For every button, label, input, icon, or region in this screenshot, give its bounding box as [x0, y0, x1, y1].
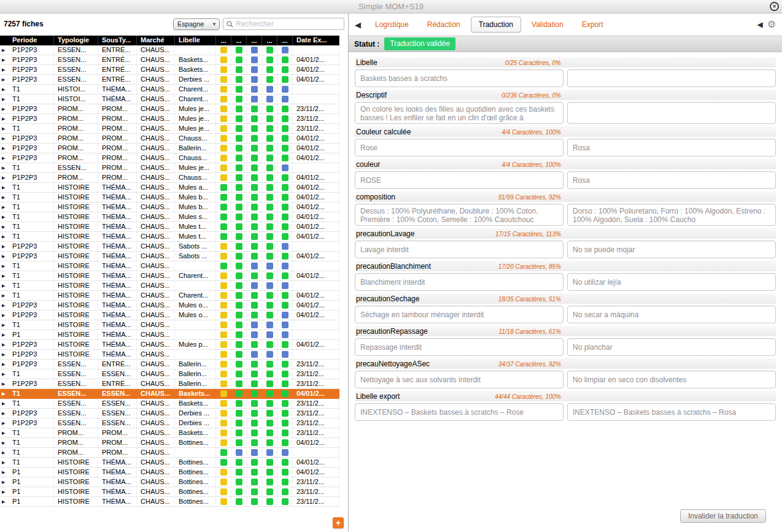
column-header-status-5[interactable]: ...	[277, 36, 293, 45]
column-header-status-3[interactable]: ...	[247, 36, 262, 45]
field-couleur-es[interactable]	[567, 171, 776, 189]
row-expand-icon[interactable]: ▶	[0, 428, 9, 438]
field-composition-es[interactable]: Dorso : 100% Poliuretano, Forro : 100% A…	[567, 204, 776, 226]
table-row[interactable]: ▶T1HISTOIRETHÉMA...CHAUS...	[0, 261, 339, 271]
row-expand-icon[interactable]: ▶	[0, 438, 9, 447]
row-expand-icon[interactable]: ▶	[0, 242, 9, 251]
back-arrow-icon[interactable]: ◀	[355, 20, 361, 29]
close-button[interactable]: ✕	[770, 2, 779, 11]
field-precautionlavage-fr[interactable]	[355, 241, 563, 258]
field-precautionblanchiment-fr[interactable]	[355, 273, 563, 291]
table-row[interactable]: ▶P1HISTOIRETHÉMA...CHAUS...	[0, 330, 339, 340]
field-descriptif-fr[interactable]: On colore les looks des filles au quotid…	[355, 102, 563, 124]
field-descriptif-es[interactable]	[567, 102, 776, 124]
row-expand-icon[interactable]: ▶	[0, 202, 9, 212]
row-expand-icon[interactable]: ▶	[0, 124, 9, 133]
column-header-libelle[interactable]: Libelle	[175, 36, 216, 45]
row-expand-icon[interactable]: ▶	[0, 252, 9, 261]
row-expand-icon[interactable]: ▶	[0, 75, 9, 84]
column-header-status-4[interactable]: ...	[262, 36, 277, 45]
row-expand-icon[interactable]: ▶	[0, 458, 9, 467]
column-header-date-ex[interactable]: Date Ex...	[293, 36, 339, 45]
column-header-sousty[interactable]: SousTy...	[98, 36, 137, 45]
row-expand-icon[interactable]: ▶	[0, 477, 9, 487]
row-expand-icon[interactable]: ▶	[0, 301, 9, 310]
search-input[interactable]	[236, 20, 341, 28]
table-row[interactable]: ▶T1PROM...PROM...CHAUS...Mules je...23/1…	[0, 124, 339, 134]
row-expand-icon[interactable]: ▶	[0, 468, 9, 477]
row-expand-icon[interactable]: ▶	[0, 281, 9, 290]
table-row[interactable]: ▶T1ESSEN...ESSEN...CHAUS...Baskets...23/…	[0, 399, 339, 409]
row-expand-icon[interactable]: ▶	[0, 448, 9, 457]
row-expand-icon[interactable]: ▶	[0, 193, 9, 202]
table-row[interactable]: ▶T1HISTOIRETHÉMA...CHAUS...Charent...04/…	[0, 291, 339, 301]
table-row[interactable]: ▶P1P2P3ESSEN...ENTRÉ...CHAUS...Ballerin.…	[0, 360, 339, 369]
field-precautionsechage-es[interactable]	[567, 306, 776, 323]
search-box[interactable]	[223, 18, 344, 30]
table-row[interactable]: ▶P1P2P3HISTOIRETHÉMA...CHAUS...	[0, 350, 339, 360]
table-row[interactable]: ▶P1HISTOIRETHÉMA...CHAUS...Bottines...23…	[0, 487, 339, 497]
row-expand-icon[interactable]: ▶	[0, 134, 9, 143]
field-composition-fr[interactable]: Dessus : 100% Polyuréthane, Doublure : 1…	[355, 204, 563, 226]
row-expand-icon[interactable]: ▶	[0, 104, 9, 114]
table-row[interactable]: ▶T1HISTOIRETHÉMA...CHAUS...	[0, 320, 339, 330]
table-row[interactable]: ▶P1P2P3ESSEN...ESSEN...CHAUS...Derbies .…	[0, 418, 339, 428]
field-couleur-calculee-es[interactable]	[567, 139, 776, 156]
field-precaunettoyageasec-es[interactable]	[567, 371, 776, 388]
country-select[interactable]: Espagne ▼	[173, 18, 220, 30]
table-row[interactable]: ▶P1P2P3HISTOIRETHÉMA...CHAUS...Sabots ..…	[0, 252, 339, 261]
row-expand-icon[interactable]: ▶	[0, 360, 9, 369]
table-row[interactable]: ▶P1P2P3ESSEN...ENTRÉ...CHAUS...Baskets..…	[0, 55, 339, 65]
row-expand-icon[interactable]: ▶	[0, 144, 9, 153]
row-expand-icon[interactable]: ▶	[0, 379, 9, 388]
tab-logistique[interactable]: Logistique	[367, 17, 417, 33]
row-expand-icon[interactable]: ▶	[0, 232, 9, 241]
tab-export[interactable]: Export	[574, 17, 611, 33]
column-header-status-2[interactable]: ...	[231, 36, 247, 45]
field-libelle-export-fr[interactable]	[355, 403, 563, 421]
field-precautionblanchiment-es[interactable]	[567, 273, 776, 291]
table-row[interactable]: ▶P1P2P3PROM...PROM...CHAUS...Chauss...04…	[0, 173, 339, 183]
table-row[interactable]: ▶T1HISTOIRETHÉMA...CHAUS...Charent...04/…	[0, 271, 339, 281]
table-row[interactable]: ▶P1HISTOIRETHÉMA...CHAUS...Bottines...04…	[0, 468, 339, 477]
table-row[interactable]: ▶P1P2P3HISTOIRETHÉMA...CHAUS...Mules o..…	[0, 301, 339, 310]
table-row[interactable]: ▶T1HISTOI...THÉMA...CHAUS...Charent...	[0, 85, 339, 94]
add-record-button[interactable]: +	[333, 517, 344, 528]
field-couleur-fr[interactable]	[355, 171, 563, 189]
table-row[interactable]: ▶P1P2P3PROM...PROM...CHAUS...Mules je...…	[0, 104, 339, 114]
field-libelle-export-es[interactable]	[567, 403, 776, 421]
tab-redaction[interactable]: Rédaction	[419, 17, 468, 33]
row-expand-icon[interactable]: ▶	[0, 350, 9, 359]
table-row[interactable]: ▶P1P2P3ESSEN...ENTRÉ...CHAUS...Ballerin.…	[0, 379, 339, 389]
table-row[interactable]: ▶P1P2P3ESSEN...ESSEN...CHAUS...Derbies .…	[0, 409, 339, 418]
field-precaunettoyageasec-fr[interactable]	[355, 371, 563, 388]
row-expand-icon[interactable]: ▶	[0, 65, 9, 74]
table-row[interactable]: ▶T1PROM...PROM...CHAUS...Bottines...04/0…	[0, 438, 339, 448]
row-expand-icon[interactable]: ▶	[0, 222, 9, 231]
field-libelle-es[interactable]	[567, 69, 776, 87]
column-header-status-1[interactable]: ...	[216, 36, 231, 45]
table-row[interactable]: ▶T1ESSEN...PROM...CHAUS...Mules je...	[0, 163, 339, 173]
row-expand-icon[interactable]: ▶	[0, 497, 9, 506]
field-precautionrepassage-fr[interactable]	[355, 338, 563, 356]
row-expand-icon[interactable]: ▶	[0, 409, 9, 418]
row-expand-icon[interactable]: ▶	[0, 291, 9, 300]
table-row[interactable]: ▶P1P2P3PROM...PROM...CHAUS...Ballerin...…	[0, 144, 339, 153]
table-row[interactable]: ▶T1ESSEN...ESSEN...CHAUS...Baskets...04/…	[0, 389, 339, 399]
row-expand-icon[interactable]: ▶	[0, 212, 9, 222]
table-row[interactable]: ▶T1PROM...PROM...CHAUS...	[0, 448, 339, 458]
row-expand-icon[interactable]: ▶	[0, 153, 9, 163]
table-row[interactable]: ▶T1HISTOIRETHÉMA...CHAUS...Mules t...04/…	[0, 232, 339, 242]
table-row[interactable]: ▶T1HISTOIRETHÉMA...CHAUS...	[0, 281, 339, 291]
row-expand-icon[interactable]: ▶	[0, 114, 9, 123]
row-expand-icon[interactable]: ▶	[0, 85, 9, 94]
row-expand-icon[interactable]: ▶	[0, 418, 9, 428]
table-row[interactable]: ▶P1P2P3HISTOIRETHÉMA...CHAUS...Sabots ..…	[0, 242, 339, 252]
table-row[interactable]: ▶P1HISTOIRETHÉMA...CHAUS...Bottines...23…	[0, 477, 339, 487]
table-row[interactable]: ▶P1P2P3PROM...PROM...CHAUS...Chauss...04…	[0, 134, 339, 144]
table-row[interactable]: ▶P1P2P3PROM...PROM...CHAUS...Chauss...04…	[0, 153, 339, 163]
row-expand-icon[interactable]: ▶	[0, 261, 9, 271]
invalidate-translation-button[interactable]: Invalider la traduction	[680, 509, 766, 523]
field-precautionrepassage-es[interactable]	[567, 338, 776, 356]
table-row[interactable]: ▶T1HISTOI...THÉMA...CHAUS...Charent...	[0, 94, 339, 104]
